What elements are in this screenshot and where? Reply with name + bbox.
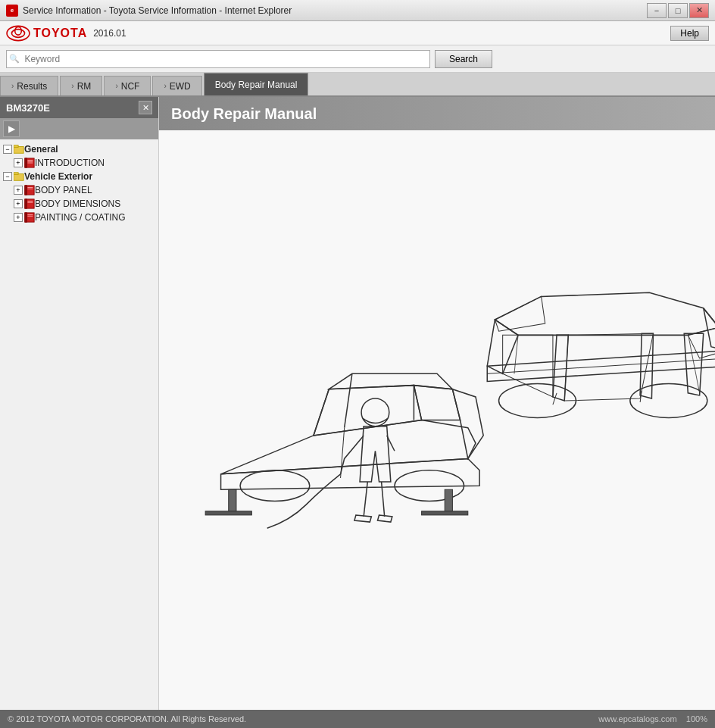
book-icon-painting-coating	[24, 212, 35, 223]
version-text: 2016.01	[93, 28, 126, 39]
sidebar-tree: − General + INTRODUCTION	[0, 139, 158, 710]
tree-item-body-dimensions[interactable]: + BODY DIMENSIONS	[11, 197, 158, 211]
sidebar: BM3270E ✕ ▶ − General +	[0, 97, 159, 710]
ie-icon: e	[6, 5, 18, 17]
title-bar-controls: − □ ✕	[647, 3, 709, 18]
tab-navigation: › Results › RM › NCF › EWD Body Repair M…	[0, 73, 715, 97]
tab-arrow-rm: ›	[71, 82, 73, 90]
tab-brm-label: Body Repair Manual	[215, 80, 298, 90]
content-body	[159, 130, 715, 710]
svg-rect-33	[422, 511, 468, 515]
svg-rect-30	[229, 489, 236, 513]
svg-rect-32	[205, 511, 251, 515]
tab-ewd[interactable]: › EWD	[152, 76, 201, 95]
toyota-emblem-icon	[6, 25, 30, 42]
sidebar-id: BM3270E	[6, 102, 50, 114]
svg-rect-13	[25, 186, 27, 195]
main-area: BM3270E ✕ ▶ − General +	[0, 97, 715, 710]
svg-point-43	[630, 384, 707, 418]
expand-body-dimensions[interactable]: +	[14, 199, 23, 208]
sidebar-header: BM3270E ✕	[0, 97, 158, 118]
maximize-button[interactable]: □	[668, 3, 688, 18]
body-dimensions-label: BODY DIMENSIONS	[35, 198, 120, 209]
svg-rect-17	[25, 199, 27, 208]
svg-rect-11	[14, 173, 18, 175]
tab-results[interactable]: › Results	[0, 76, 58, 95]
introduction-label: INTRODUCTION	[35, 158, 105, 168]
book-icon-body-dimensions	[24, 198, 35, 209]
general-label: General	[24, 144, 58, 155]
svg-point-0	[7, 26, 30, 40]
tab-ncf[interactable]: › NCF	[104, 76, 151, 95]
svg-rect-31	[445, 489, 452, 513]
sidebar-nav-forward-button[interactable]: ▶	[3, 120, 20, 137]
tree-item-introduction[interactable]: + INTRODUCTION	[11, 156, 158, 170]
expand-introduction[interactable]: +	[14, 158, 23, 167]
svg-line-27	[314, 389, 329, 436]
close-button[interactable]: ✕	[689, 3, 709, 18]
copyright-text: © 2012 TOYOTA MOTOR CORPORATION. All Rig…	[8, 714, 246, 723]
car-frame-right-illustration	[487, 292, 715, 417]
svg-line-41	[688, 333, 699, 392]
title-bar: e Service Information - Toyota Service I…	[0, 0, 715, 21]
menu-bar: TOYOTA 2016.01 Help	[0, 21, 715, 45]
expand-body-panel[interactable]: +	[14, 186, 23, 195]
tab-arrow-results: ›	[11, 82, 14, 90]
tree-item-vehicle-exterior[interactable]: − Vehicle Exterior	[0, 170, 158, 183]
svg-line-37	[487, 358, 715, 373]
tab-ncf-label: NCF	[121, 81, 140, 92]
car-body-left-illustration	[205, 373, 483, 515]
book-icon-body-panel	[24, 185, 35, 195]
sidebar-close-button[interactable]: ✕	[139, 101, 152, 114]
folder-icon-vehicle-exterior	[14, 171, 24, 182]
vehicle-exterior-label: Vehicle Exterior	[24, 171, 92, 182]
svg-rect-4	[14, 145, 18, 148]
svg-point-2	[15, 27, 22, 35]
content-panel: Body Repair Manual	[159, 97, 715, 710]
search-input[interactable]	[21, 51, 429, 67]
zoom-level: 100%	[686, 714, 707, 723]
expand-painting-coating[interactable]: +	[14, 213, 23, 222]
tree-item-general[interactable]: − General	[0, 142, 158, 156]
tab-results-label: Results	[17, 81, 47, 92]
keyword-icon: 🔍	[8, 53, 20, 65]
search-input-wrap: 🔍	[6, 50, 430, 68]
content-title: Body Repair Manual	[171, 105, 317, 123]
tab-arrow-ncf: ›	[115, 82, 117, 90]
svg-point-24	[240, 470, 310, 501]
body-repair-illustration	[159, 130, 715, 710]
minimize-button[interactable]: −	[647, 3, 667, 18]
tab-rm[interactable]: › RM	[60, 76, 102, 95]
expand-vehicle-exterior[interactable]: −	[3, 172, 12, 181]
sidebar-header-controls: ✕	[139, 101, 152, 114]
help-button[interactable]: Help	[670, 26, 709, 41]
toyota-brand-text: TOYOTA	[33, 27, 87, 40]
body-panel-label: BODY PANEL	[35, 185, 92, 195]
painting-coating-label: PAINTING / COATING	[35, 212, 126, 223]
expand-general[interactable]: −	[3, 145, 12, 154]
svg-point-34	[361, 398, 389, 426]
svg-rect-6	[25, 158, 27, 167]
svg-point-1	[11, 29, 24, 37]
tree-item-body-panel[interactable]: + BODY PANEL	[11, 183, 158, 197]
tab-arrow-ewd: ›	[164, 82, 166, 90]
content-header: Body Repair Manual	[159, 97, 715, 130]
sidebar-top-bar: ▶	[0, 118, 158, 139]
website-text: www.epcatalogs.com 100%	[598, 714, 707, 723]
footer: © 2012 TOYOTA MOTOR CORPORATION. All Rig…	[0, 710, 715, 728]
svg-line-28	[345, 373, 352, 427]
title-bar-left: e Service Information - Toyota Service I…	[6, 5, 292, 17]
book-icon-introduction	[24, 158, 35, 168]
tab-rm-label: RM	[77, 81, 92, 92]
search-button[interactable]: Search	[435, 50, 492, 68]
tab-body-repair-manual[interactable]: Body Repair Manual	[204, 73, 309, 95]
window-title: Service Information - Toyota Service Inf…	[23, 5, 292, 16]
website-url: www.epcatalogs.com	[598, 714, 676, 723]
search-bar: 🔍 Search	[0, 45, 715, 73]
folder-icon-general	[14, 144, 24, 155]
tree-item-painting-coating[interactable]: + PAINTING / COATING	[11, 211, 158, 224]
technician-figure	[267, 398, 395, 528]
svg-rect-21	[25, 213, 27, 222]
tab-ewd-label: EWD	[170, 81, 191, 92]
toyota-logo: TOYOTA 2016.01	[6, 25, 126, 42]
